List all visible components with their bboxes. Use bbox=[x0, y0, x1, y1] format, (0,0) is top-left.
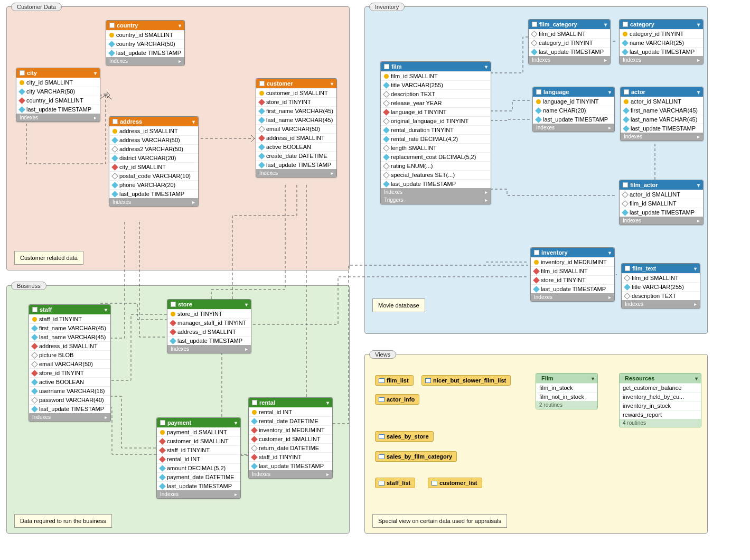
table-header[interactable]: country ▾ bbox=[106, 21, 184, 30]
view-film_list[interactable]: film_list bbox=[375, 375, 414, 386]
column-row[interactable]: payment_id SMALLINT bbox=[157, 427, 240, 436]
column-row[interactable]: postal_code VARCHAR(10) bbox=[109, 171, 198, 180]
column-row[interactable]: length SMALLINT bbox=[381, 143, 491, 152]
column-row[interactable]: last_update TIMESTAMP bbox=[167, 336, 251, 345]
column-row[interactable]: last_update TIMESTAMP bbox=[620, 47, 703, 56]
column-row[interactable]: create_date DATETIME bbox=[256, 151, 336, 160]
table-header[interactable]: film_text ▾ bbox=[622, 264, 700, 273]
column-row[interactable]: rental_id INT bbox=[157, 454, 240, 463]
column-row[interactable]: release_year YEAR bbox=[381, 98, 491, 107]
column-row[interactable]: last_update TIMESTAMP bbox=[531, 284, 614, 293]
column-row[interactable]: inventory_id MEDIUMINT bbox=[249, 425, 332, 434]
table-language[interactable]: language ▾ language_id TINYINTname CHAR(… bbox=[532, 87, 615, 132]
column-row[interactable]: username VARCHAR(16) bbox=[29, 386, 110, 395]
column-row[interactable]: last_update TIMESTAMP bbox=[16, 105, 100, 114]
column-row[interactable]: first_name VARCHAR(45) bbox=[29, 323, 110, 332]
column-row[interactable]: last_update TIMESTAMP bbox=[381, 179, 491, 188]
column-row[interactable]: rental_date DATETIME bbox=[249, 416, 332, 425]
table-footer-indexes[interactable]: Indexes▸ bbox=[106, 57, 184, 65]
chevron-down-icon[interactable]: ▾ bbox=[326, 400, 329, 406]
column-row[interactable]: active BOOLEAN bbox=[29, 377, 110, 386]
column-row[interactable]: staff_id TINYINT bbox=[249, 452, 332, 461]
column-row[interactable]: manager_staff_id TINYINT bbox=[167, 318, 251, 327]
column-row[interactable]: special_features SET(...) bbox=[381, 170, 491, 179]
column-row[interactable]: film_id SMALLINT bbox=[620, 199, 703, 208]
column-row[interactable]: language_id TINYINT bbox=[533, 97, 614, 106]
table-header[interactable]: customer ▾ bbox=[256, 79, 336, 88]
column-row[interactable]: district VARCHAR(20) bbox=[109, 153, 198, 162]
table-payment[interactable]: payment ▾ payment_id SMALLINTcustomer_id… bbox=[156, 417, 241, 499]
chevron-down-icon[interactable]: ▾ bbox=[695, 376, 698, 381]
column-row[interactable]: last_name VARCHAR(45) bbox=[621, 115, 703, 124]
table-footer-indexes[interactable]: Indexes▸ bbox=[256, 169, 336, 177]
column-row[interactable]: name VARCHAR(25) bbox=[620, 38, 703, 47]
table-footer-indexes[interactable]: Indexes▸ bbox=[109, 198, 198, 206]
table-footer-indexes[interactable]: Indexes▸ bbox=[381, 188, 491, 196]
column-row[interactable]: amount DECIMAL(5,2) bbox=[157, 463, 240, 472]
table-header[interactable]: rental ▾ bbox=[249, 398, 332, 407]
column-row[interactable]: film_id SMALLINT bbox=[531, 266, 614, 275]
column-row[interactable]: last_update TIMESTAMP bbox=[620, 208, 703, 217]
table-header[interactable]: staff ▾ bbox=[29, 305, 110, 314]
table-header[interactable]: language ▾ bbox=[533, 87, 614, 97]
column-row[interactable]: country_id SMALLINT bbox=[106, 30, 184, 39]
column-row[interactable]: return_date DATETIME bbox=[249, 443, 332, 452]
table-country[interactable]: country ▾ country_id SMALLINTcountry VAR… bbox=[106, 20, 185, 66]
column-row[interactable]: city_id SMALLINT bbox=[109, 162, 198, 171]
column-row[interactable]: address2 VARCHAR(50) bbox=[109, 144, 198, 153]
column-row[interactable]: rental_duration TINYINT bbox=[381, 125, 491, 134]
column-row[interactable]: title VARCHAR(255) bbox=[381, 80, 491, 89]
chevron-down-icon[interactable]: ▾ bbox=[179, 23, 181, 29]
column-row[interactable]: last_name VARCHAR(45) bbox=[29, 332, 110, 341]
table-film[interactable]: film ▾ film_id SMALLINTtitle VARCHAR(255… bbox=[380, 61, 491, 204]
chevron-down-icon[interactable]: ▾ bbox=[331, 81, 333, 87]
column-row[interactable]: film_id SMALLINT bbox=[622, 273, 700, 282]
table-header[interactable]: store ▾ bbox=[167, 300, 251, 309]
view-nicer_but_slower_film_list[interactable]: nicer_but_slower_film_list bbox=[421, 375, 511, 386]
table-header[interactable]: film_actor ▾ bbox=[620, 180, 703, 190]
column-row[interactable]: customer_id SMALLINT bbox=[249, 434, 332, 443]
column-row[interactable]: address VARCHAR(50) bbox=[109, 135, 198, 144]
column-row[interactable]: last_update TIMESTAMP bbox=[256, 160, 336, 169]
table-footer-indexes[interactable]: Indexes▸ bbox=[622, 300, 700, 308]
column-row[interactable]: city VARCHAR(50) bbox=[16, 87, 100, 96]
table-header[interactable]: film_category ▾ bbox=[529, 20, 610, 29]
table-actor[interactable]: actor ▾ actor_id SMALLINTfirst_name VARC… bbox=[620, 87, 704, 141]
table-footer-indexes[interactable]: Indexes▸ bbox=[167, 345, 251, 353]
chevron-down-icon[interactable]: ▾ bbox=[697, 22, 700, 27]
table-footer-indexes[interactable]: Indexes▸ bbox=[249, 470, 332, 478]
routine-item[interactable]: get_customer_balance bbox=[620, 383, 701, 392]
column-row[interactable]: password VARCHAR(40) bbox=[29, 395, 110, 404]
table-footer-indexes[interactable]: Indexes▸ bbox=[620, 217, 703, 225]
routine-item[interactable]: inventory_held_by_cu... bbox=[620, 392, 701, 401]
table-rental[interactable]: rental ▾ rental_id INTrental_date DATETI… bbox=[248, 397, 333, 479]
chevron-down-icon[interactable]: ▾ bbox=[235, 420, 237, 426]
column-row[interactable]: last_update TIMESTAMP bbox=[109, 189, 198, 198]
column-row[interactable]: category_id TINYINT bbox=[529, 38, 610, 47]
column-row[interactable]: last_update TIMESTAMP bbox=[157, 481, 240, 490]
column-row[interactable]: payment_date DATETIME bbox=[157, 472, 240, 481]
table-footer-indexes[interactable]: Indexes▸ bbox=[16, 114, 100, 122]
table-footer-indexes[interactable]: Indexes▸ bbox=[620, 56, 703, 64]
table-header[interactable]: film ▾ bbox=[381, 62, 491, 71]
table-footer-indexes[interactable]: Indexes▸ bbox=[529, 56, 610, 64]
column-row[interactable]: last_update TIMESTAMP bbox=[533, 115, 614, 124]
routine-item[interactable]: film_in_stock bbox=[536, 383, 597, 392]
routine-group-resources[interactable]: Resources ▾ get_customer_balanceinventor… bbox=[619, 373, 701, 427]
table-store[interactable]: store ▾ store_id TINYINTmanager_staff_id… bbox=[167, 299, 251, 353]
column-row[interactable]: phone VARCHAR(20) bbox=[109, 180, 198, 189]
table-customer[interactable]: customer ▾ customer_id SMALLINTstore_id … bbox=[256, 78, 337, 178]
chevron-down-icon[interactable]: ▾ bbox=[694, 266, 697, 272]
table-inventory[interactable]: inventory ▾ inventory_id MEDIUMINTfilm_i… bbox=[530, 247, 615, 302]
column-row[interactable]: address_id SMALLINT bbox=[167, 327, 251, 336]
chevron-down-icon[interactable]: ▾ bbox=[485, 64, 487, 70]
column-row[interactable]: last_update TIMESTAMP bbox=[106, 48, 184, 57]
table-header[interactable]: category ▾ bbox=[620, 20, 703, 29]
column-row[interactable]: rental_rate DECIMAL(4,2) bbox=[381, 134, 491, 143]
column-row[interactable]: staff_id TINYINT bbox=[29, 314, 110, 323]
column-row[interactable]: last_update TIMESTAMP bbox=[529, 47, 610, 56]
column-row[interactable]: name CHAR(20) bbox=[533, 106, 614, 115]
column-row[interactable]: email VARCHAR(50) bbox=[29, 359, 110, 368]
column-row[interactable]: customer_id SMALLINT bbox=[256, 88, 336, 97]
table-header[interactable]: payment ▾ bbox=[157, 418, 240, 427]
